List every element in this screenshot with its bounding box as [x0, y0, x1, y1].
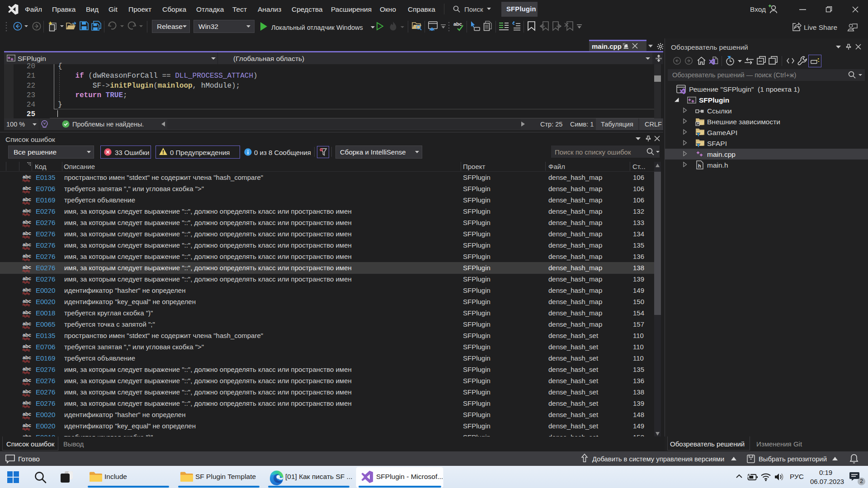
svg-text:abc: abc: [23, 174, 31, 179]
svg-text:abc: abc: [23, 343, 31, 349]
svg-text:abc: abc: [23, 298, 31, 304]
svg-text:abc: abc: [23, 197, 31, 202]
svg-text:abc: abc: [23, 321, 31, 326]
svg-text:abc: abc: [23, 276, 31, 281]
svg-text:abc: abc: [23, 230, 31, 236]
svg-text:abc: abc: [23, 253, 31, 258]
svg-text:abc: abc: [23, 411, 31, 417]
svg-text:abc: abc: [23, 185, 31, 191]
svg-text:abc: abc: [23, 287, 31, 292]
svg-text:abc: abc: [23, 264, 31, 270]
svg-text:abc: abc: [23, 332, 31, 338]
svg-text:abc: abc: [23, 208, 31, 213]
svg-text:abc: abc: [23, 377, 31, 383]
svg-text:h: h: [698, 163, 701, 169]
svg-text:abc: abc: [23, 400, 31, 405]
svg-text:abc: abc: [23, 219, 31, 225]
svg-text:abc: abc: [23, 310, 31, 315]
svg-text:abc: abc: [453, 21, 462, 27]
svg-text:abc: abc: [23, 422, 31, 428]
svg-text:abc: abc: [23, 389, 31, 394]
svg-text:abc: abc: [23, 355, 31, 360]
svg-text:abc: abc: [23, 366, 31, 371]
svg-text:abc: abc: [23, 242, 31, 247]
